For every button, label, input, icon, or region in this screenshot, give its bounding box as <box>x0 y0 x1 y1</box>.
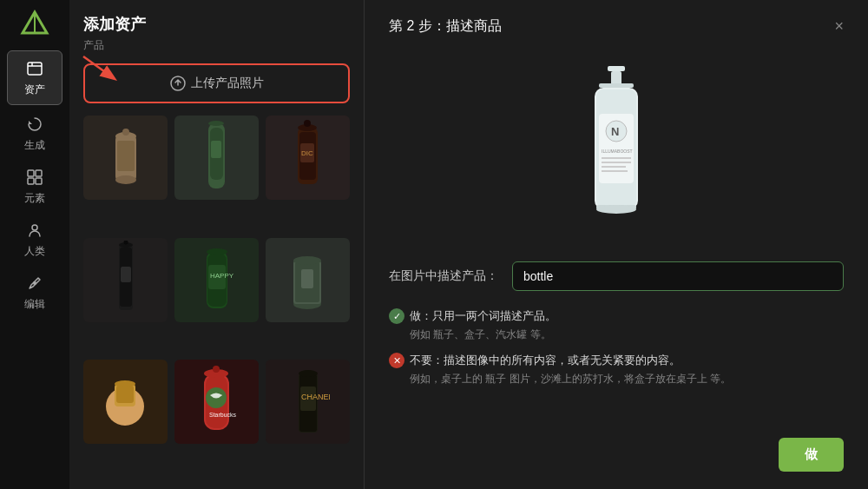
step-title: 第 2 步：描述商品 <box>389 17 502 36</box>
describe-row: 在图片中描述产品： <box>389 261 844 291</box>
sidebar: 资产 生成 元素 人类 <box>0 0 69 489</box>
tips-section: ✓ 做：只用一两个词描述产品。 例如 瓶子、盒子、汽水罐 等。 ✕ 不要：描述图… <box>389 308 844 387</box>
svg-point-10 <box>33 281 36 285</box>
product-item-3[interactable]: DIC <box>266 116 350 200</box>
svg-marker-4 <box>29 121 32 124</box>
svg-rect-45 <box>116 386 134 403</box>
svg-point-55 <box>299 370 318 377</box>
tip-do-example: 例如 瓶子、盒子、汽水罐 等。 <box>389 327 844 342</box>
sidebar-item-people[interactable]: 人类 <box>0 213 69 266</box>
generate-icon <box>24 114 45 135</box>
product-grid: DIC HAPPY <box>83 116 350 475</box>
sidebar-item-elements[interactable]: 元素 <box>0 160 69 213</box>
svg-text:HAPPY: HAPPY <box>210 272 234 280</box>
svg-text:CHANEL: CHANEL <box>301 393 330 401</box>
svg-point-72 <box>596 205 636 214</box>
action-button[interactable]: 做 <box>779 438 844 472</box>
upload-btn-label: 上传产品照片 <box>191 76 264 91</box>
svg-text:N: N <box>611 125 619 138</box>
product-item-7[interactable] <box>83 360 168 444</box>
svg-point-41 <box>293 256 321 265</box>
panel-title: 添加资产 <box>83 14 350 35</box>
svg-rect-42 <box>301 269 313 288</box>
svg-point-20 <box>208 121 224 126</box>
svg-rect-58 <box>608 66 625 71</box>
sidebar-item-label-elements: 元素 <box>24 191 45 206</box>
logo-icon <box>19 9 50 40</box>
product-item-6[interactable] <box>266 238 350 322</box>
assets-icon <box>24 58 45 79</box>
dont-icon: ✕ <box>389 353 404 368</box>
sidebar-item-edit[interactable]: 编辑 <box>0 266 69 319</box>
svg-rect-5 <box>28 170 34 176</box>
svg-point-46 <box>115 380 135 387</box>
svg-rect-32 <box>121 267 131 282</box>
close-button[interactable]: × <box>834 17 844 36</box>
describe-label: 在图片中描述产品： <box>389 268 498 284</box>
edit-icon <box>24 273 45 294</box>
elements-icon <box>24 167 45 188</box>
product-image: N ILLUMABOOST <box>564 62 668 235</box>
right-panel: 第 2 步：描述商品 × N ILLUMABOOST <box>365 0 868 489</box>
people-icon <box>24 220 45 241</box>
right-panel-header: 第 2 步：描述商品 × <box>389 17 844 36</box>
product-item-9[interactable]: CHANEL <box>266 360 350 444</box>
tip-dont-label: 不要：描述图像中的所有内容，或者无关紧要的内容。 <box>410 353 681 368</box>
sidebar-item-label-people: 人类 <box>24 244 45 259</box>
sidebar-item-assets[interactable]: 资产 <box>7 50 62 105</box>
sidebar-item-generate[interactable]: 生成 <box>0 107 69 160</box>
product-item-4[interactable] <box>83 238 168 322</box>
sidebar-item-label-generate: 生成 <box>24 138 45 153</box>
svg-rect-16 <box>117 141 135 171</box>
svg-point-17 <box>122 129 129 135</box>
tip-dont-row: ✕ 不要：描述图像中的所有内容，或者无关紧要的内容。 例如，桌子上的 瓶子 图片… <box>389 353 844 387</box>
svg-point-35 <box>207 248 227 255</box>
svg-point-9 <box>32 225 37 230</box>
svg-rect-68 <box>602 162 631 163</box>
describe-input[interactable] <box>512 261 844 291</box>
svg-point-25 <box>304 120 311 127</box>
svg-rect-6 <box>36 170 42 176</box>
svg-rect-21 <box>211 141 221 158</box>
do-icon: ✓ <box>389 308 404 324</box>
svg-rect-8 <box>36 178 42 184</box>
svg-rect-2 <box>28 63 42 75</box>
tip-do-label: 做：只用一两个词描述产品。 <box>410 308 556 324</box>
svg-text:DIC: DIC <box>301 149 313 157</box>
svg-point-50 <box>213 366 220 373</box>
svg-rect-60 <box>599 83 634 88</box>
product-item-2[interactable] <box>174 116 259 200</box>
svg-rect-67 <box>602 157 631 159</box>
left-panel: 添加资产 产品 上传产品照片 <box>69 0 365 489</box>
svg-rect-7 <box>28 178 34 184</box>
sidebar-item-label-edit: 编辑 <box>24 297 45 312</box>
svg-rect-69 <box>602 166 626 168</box>
product-item-8[interactable]: Starbucks <box>174 360 259 444</box>
svg-text:Starbucks: Starbucks <box>209 412 237 418</box>
product-preview: N ILLUMABOOST <box>389 53 844 244</box>
product-item-1[interactable] <box>83 116 168 200</box>
sidebar-item-label-assets: 资产 <box>24 83 45 97</box>
svg-rect-70 <box>602 170 628 172</box>
svg-point-15 <box>115 175 136 184</box>
svg-text:ILLUMABOOST: ILLUMABOOST <box>602 149 633 154</box>
product-item-5[interactable]: HAPPY <box>174 238 259 322</box>
tip-dont-example: 例如，桌子上的 瓶子 图片，沙滩上的苏打水，将盒子放在桌子上 等。 <box>389 372 844 387</box>
tip-do-row: ✓ 做：只用一两个词描述产品。 例如 瓶子、盒子、汽水罐 等。 <box>389 308 844 342</box>
action-row: 做 <box>389 438 844 472</box>
svg-line-11 <box>83 56 114 78</box>
